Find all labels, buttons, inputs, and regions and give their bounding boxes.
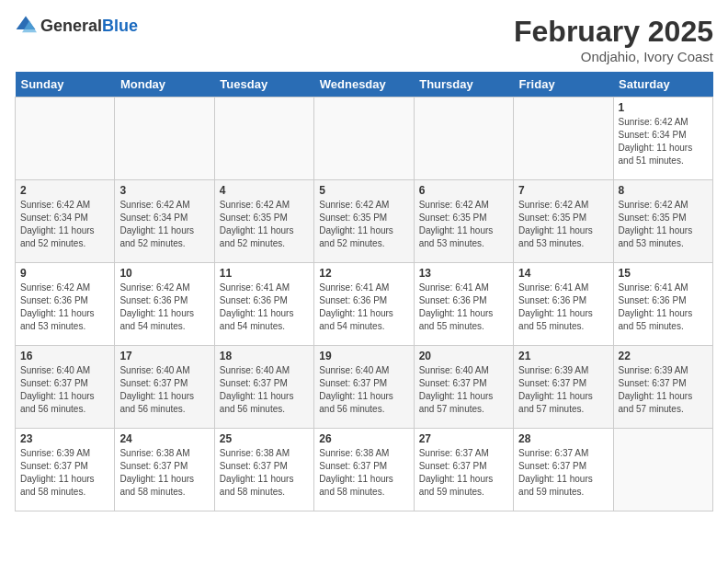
day-info: Sunrise: 6:42 AM Sunset: 6:36 PM Dayligh… <box>20 282 109 333</box>
title-block: February 2025 Ondjahio, Ivory Coast <box>514 15 713 64</box>
day-info: Sunrise: 6:42 AM Sunset: 6:34 PM Dayligh… <box>119 199 209 250</box>
page-title: February 2025 <box>514 15 713 49</box>
day-info: Sunrise: 6:37 AM Sunset: 6:37 PM Dayligh… <box>419 447 508 499</box>
day-number: 17 <box>119 350 209 362</box>
day-info: Sunrise: 6:39 AM Sunset: 6:37 PM Dayligh… <box>619 364 708 416</box>
calendar-cell <box>314 98 414 180</box>
day-number: 3 <box>119 184 209 197</box>
calendar-week-4: 16Sunrise: 6:40 AM Sunset: 6:37 PM Dayli… <box>16 346 713 429</box>
weekday-header-friday: Friday <box>514 72 613 98</box>
day-info: Sunrise: 6:38 AM Sunset: 6:37 PM Dayligh… <box>220 447 309 499</box>
calendar-cell: 24Sunrise: 6:38 AM Sunset: 6:37 PM Dayli… <box>115 429 214 511</box>
day-info: Sunrise: 6:37 AM Sunset: 6:37 PM Dayligh… <box>518 447 608 499</box>
day-info: Sunrise: 6:39 AM Sunset: 6:37 PM Dayligh… <box>518 364 608 416</box>
calendar-cell: 9Sunrise: 6:42 AM Sunset: 6:36 PM Daylig… <box>16 263 115 346</box>
day-number: 24 <box>119 432 209 445</box>
day-number: 11 <box>220 267 309 280</box>
calendar-cell <box>16 98 115 180</box>
calendar-cell: 19Sunrise: 6:40 AM Sunset: 6:37 PM Dayli… <box>314 346 414 429</box>
day-number: 9 <box>20 267 109 280</box>
day-info: Sunrise: 6:40 AM Sunset: 6:37 PM Dayligh… <box>319 364 408 416</box>
day-info: Sunrise: 6:42 AM Sunset: 6:35 PM Dayligh… <box>518 199 608 250</box>
day-number: 20 <box>419 350 508 362</box>
day-number: 25 <box>220 432 309 445</box>
logo-text: GeneralBlue <box>40 17 138 36</box>
calendar-cell: 20Sunrise: 6:40 AM Sunset: 6:37 PM Dayli… <box>414 346 513 429</box>
day-info: Sunrise: 6:41 AM Sunset: 6:36 PM Dayligh… <box>518 282 608 333</box>
day-number: 22 <box>619 350 708 362</box>
calendar-cell: 5Sunrise: 6:42 AM Sunset: 6:35 PM Daylig… <box>314 180 414 263</box>
logo-icon <box>15 15 37 37</box>
calendar-cell: 16Sunrise: 6:40 AM Sunset: 6:37 PM Dayli… <box>16 346 115 429</box>
day-info: Sunrise: 6:42 AM Sunset: 6:35 PM Dayligh… <box>419 199 508 250</box>
day-info: Sunrise: 6:39 AM Sunset: 6:37 PM Dayligh… <box>20 447 109 499</box>
logo: GeneralBlue <box>15 15 138 37</box>
calendar-cell: 26Sunrise: 6:38 AM Sunset: 6:37 PM Dayli… <box>314 429 414 511</box>
calendar-cell <box>115 98 214 180</box>
day-number: 15 <box>619 267 708 280</box>
day-number: 2 <box>20 184 109 197</box>
day-number: 19 <box>319 350 408 362</box>
day-info: Sunrise: 6:42 AM Sunset: 6:35 PM Dayligh… <box>319 199 408 250</box>
day-info: Sunrise: 6:40 AM Sunset: 6:37 PM Dayligh… <box>220 364 309 416</box>
calendar-cell: 18Sunrise: 6:40 AM Sunset: 6:37 PM Dayli… <box>214 346 313 429</box>
calendar-cell: 10Sunrise: 6:42 AM Sunset: 6:36 PM Dayli… <box>115 263 214 346</box>
calendar-cell <box>214 98 313 180</box>
calendar-cell: 7Sunrise: 6:42 AM Sunset: 6:35 PM Daylig… <box>514 180 613 263</box>
day-info: Sunrise: 6:42 AM Sunset: 6:36 PM Dayligh… <box>119 282 209 333</box>
calendar-cell: 21Sunrise: 6:39 AM Sunset: 6:37 PM Dayli… <box>514 346 613 429</box>
calendar-cell: 6Sunrise: 6:42 AM Sunset: 6:35 PM Daylig… <box>414 180 513 263</box>
calendar-cell: 12Sunrise: 6:41 AM Sunset: 6:36 PM Dayli… <box>314 263 414 346</box>
calendar-cell <box>514 98 613 180</box>
day-number: 18 <box>220 350 309 362</box>
calendar-cell <box>414 98 513 180</box>
calendar-cell: 23Sunrise: 6:39 AM Sunset: 6:37 PM Dayli… <box>16 429 115 511</box>
calendar-cell: 14Sunrise: 6:41 AM Sunset: 6:36 PM Dayli… <box>514 263 613 346</box>
day-info: Sunrise: 6:40 AM Sunset: 6:37 PM Dayligh… <box>419 364 508 416</box>
calendar-table: SundayMondayTuesdayWednesdayThursdayFrid… <box>15 72 713 511</box>
day-number: 21 <box>518 350 608 362</box>
day-info: Sunrise: 6:41 AM Sunset: 6:36 PM Dayligh… <box>619 282 708 333</box>
calendar-cell: 3Sunrise: 6:42 AM Sunset: 6:34 PM Daylig… <box>115 180 214 263</box>
calendar-header-row: SundayMondayTuesdayWednesdayThursdayFrid… <box>16 72 713 98</box>
weekday-header-tuesday: Tuesday <box>214 72 313 98</box>
day-info: Sunrise: 6:42 AM Sunset: 6:35 PM Dayligh… <box>619 199 708 250</box>
day-number: 5 <box>319 184 408 197</box>
day-number: 6 <box>419 184 508 197</box>
page-subtitle: Ondjahio, Ivory Coast <box>514 49 713 64</box>
calendar-cell: 22Sunrise: 6:39 AM Sunset: 6:37 PM Dayli… <box>613 346 712 429</box>
calendar-cell: 11Sunrise: 6:41 AM Sunset: 6:36 PM Dayli… <box>214 263 313 346</box>
day-number: 23 <box>20 432 109 445</box>
calendar-cell: 27Sunrise: 6:37 AM Sunset: 6:37 PM Dayli… <box>414 429 513 511</box>
day-info: Sunrise: 6:41 AM Sunset: 6:36 PM Dayligh… <box>220 282 309 333</box>
day-number: 1 <box>619 101 708 114</box>
weekday-header-saturday: Saturday <box>613 72 712 98</box>
day-number: 28 <box>518 432 608 445</box>
calendar-week-5: 23Sunrise: 6:39 AM Sunset: 6:37 PM Dayli… <box>16 429 713 511</box>
day-number: 14 <box>518 267 608 280</box>
day-info: Sunrise: 6:38 AM Sunset: 6:37 PM Dayligh… <box>119 447 209 499</box>
calendar-cell: 17Sunrise: 6:40 AM Sunset: 6:37 PM Dayli… <box>115 346 214 429</box>
day-number: 7 <box>518 184 608 197</box>
day-number: 27 <box>419 432 508 445</box>
day-number: 26 <box>319 432 408 445</box>
day-number: 12 <box>319 267 408 280</box>
day-number: 16 <box>20 350 109 362</box>
calendar-week-3: 9Sunrise: 6:42 AM Sunset: 6:36 PM Daylig… <box>16 263 713 346</box>
day-info: Sunrise: 6:42 AM Sunset: 6:34 PM Dayligh… <box>20 199 109 250</box>
calendar-week-2: 2Sunrise: 6:42 AM Sunset: 6:34 PM Daylig… <box>16 180 713 263</box>
day-number: 10 <box>119 267 209 280</box>
day-number: 8 <box>619 184 708 197</box>
calendar-cell: 28Sunrise: 6:37 AM Sunset: 6:37 PM Dayli… <box>514 429 613 511</box>
calendar-cell: 25Sunrise: 6:38 AM Sunset: 6:37 PM Dayli… <box>214 429 313 511</box>
day-info: Sunrise: 6:40 AM Sunset: 6:37 PM Dayligh… <box>119 364 209 416</box>
calendar-cell: 8Sunrise: 6:42 AM Sunset: 6:35 PM Daylig… <box>613 180 712 263</box>
day-number: 4 <box>220 184 309 197</box>
day-info: Sunrise: 6:42 AM Sunset: 6:35 PM Dayligh… <box>220 199 309 250</box>
calendar-cell: 1Sunrise: 6:42 AM Sunset: 6:34 PM Daylig… <box>613 98 712 180</box>
calendar-cell: 15Sunrise: 6:41 AM Sunset: 6:36 PM Dayli… <box>613 263 712 346</box>
weekday-header-sunday: Sunday <box>16 72 115 98</box>
weekday-header-thursday: Thursday <box>414 72 513 98</box>
day-info: Sunrise: 6:40 AM Sunset: 6:37 PM Dayligh… <box>20 364 109 416</box>
day-number: 13 <box>419 267 508 280</box>
